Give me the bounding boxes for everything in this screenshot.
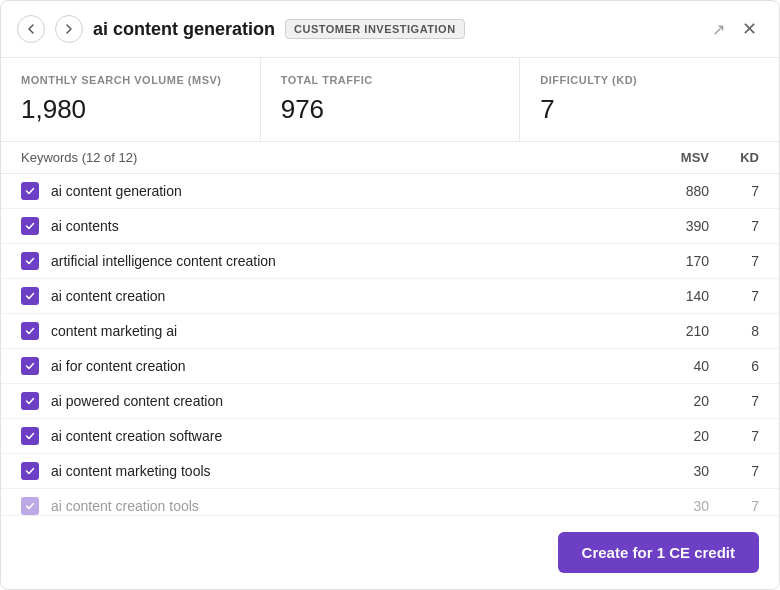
checkbox[interactable]	[21, 392, 39, 410]
keyword-kd: 7	[709, 218, 759, 234]
checkbox[interactable]	[21, 287, 39, 305]
traffic-value: 976	[281, 94, 500, 125]
keyword-kd: 7	[709, 463, 759, 479]
keyword-kd: 6	[709, 358, 759, 374]
keyword-label: ai for content creation	[51, 358, 629, 374]
keyword-msv: 140	[629, 288, 709, 304]
traffic-label: TOTAL TRAFFIC	[281, 74, 500, 86]
keyword-label: ai content creation	[51, 288, 629, 304]
keyword-label: ai content creation software	[51, 428, 629, 444]
checkbox[interactable]	[21, 357, 39, 375]
keyword-msv: 30	[629, 463, 709, 479]
table-body: ai content generation8807ai contents3907…	[1, 174, 779, 515]
keyword-msv: 210	[629, 323, 709, 339]
keyword-msv: 880	[629, 183, 709, 199]
keyword-label: ai content marketing tools	[51, 463, 629, 479]
checkbox[interactable]	[21, 252, 39, 270]
col-msv-header: MSV	[629, 150, 709, 165]
table-row[interactable]: ai contents3907	[1, 209, 779, 244]
table-row[interactable]: ai content generation8807	[1, 174, 779, 209]
msv-stat: MONTHLY SEARCH VOLUME (MSV) 1,980	[1, 58, 261, 141]
keyword-msv: 40	[629, 358, 709, 374]
keyword-msv: 170	[629, 253, 709, 269]
keyword-msv: 390	[629, 218, 709, 234]
table-row[interactable]: ai content creation tools307	[1, 489, 779, 515]
investigation-badge: CUSTOMER INVESTIGATION	[285, 19, 465, 39]
keywords-count: Keywords (12 of 12)	[21, 150, 629, 165]
keyword-kd: 7	[709, 498, 759, 514]
msv-value: 1,980	[21, 94, 240, 125]
forward-button[interactable]	[55, 15, 83, 43]
keyword-kd: 7	[709, 183, 759, 199]
table-row[interactable]: content marketing ai2108	[1, 314, 779, 349]
table-row[interactable]: ai for content creation406	[1, 349, 779, 384]
create-button[interactable]: Create for 1 CE credit	[558, 532, 759, 573]
table-row[interactable]: ai powered content creation207	[1, 384, 779, 419]
close-button[interactable]: ✕	[735, 15, 763, 43]
table-row[interactable]: ai content creation1407	[1, 279, 779, 314]
checkbox[interactable]	[21, 322, 39, 340]
keyword-label: ai powered content creation	[51, 393, 629, 409]
msv-label: MONTHLY SEARCH VOLUME (MSV)	[21, 74, 240, 86]
keyword-kd: 7	[709, 253, 759, 269]
difficulty-value: 7	[540, 94, 759, 125]
checkbox[interactable]	[21, 427, 39, 445]
checkbox[interactable]	[21, 462, 39, 480]
table-row[interactable]: ai content creation software207	[1, 419, 779, 454]
keyword-label: ai content generation	[51, 183, 629, 199]
keyword-kd: 8	[709, 323, 759, 339]
checkbox[interactable]	[21, 182, 39, 200]
keyword-msv: 20	[629, 428, 709, 444]
keyword-msv: 20	[629, 393, 709, 409]
main-window: ai content generation CUSTOMER INVESTIGA…	[0, 0, 780, 590]
back-button[interactable]	[17, 15, 45, 43]
keyword-kd: 7	[709, 393, 759, 409]
difficulty-stat: DIFFICULTY (KD) 7	[520, 58, 779, 141]
table-row[interactable]: ai content marketing tools307	[1, 454, 779, 489]
cursor-icon: ↗	[712, 20, 725, 39]
table-row[interactable]: artificial intelligence content creation…	[1, 244, 779, 279]
keyword-label: ai content creation tools	[51, 498, 629, 514]
difficulty-label: DIFFICULTY (KD)	[540, 74, 759, 86]
keyword-label: artificial intelligence content creation	[51, 253, 629, 269]
page-title: ai content generation	[93, 19, 275, 40]
keyword-label: content marketing ai	[51, 323, 629, 339]
checkbox[interactable]	[21, 497, 39, 515]
col-kd-header: KD	[709, 150, 759, 165]
keyword-label: ai contents	[51, 218, 629, 234]
table-header: Keywords (12 of 12) MSV KD	[1, 142, 779, 174]
keyword-msv: 30	[629, 498, 709, 514]
header: ai content generation CUSTOMER INVESTIGA…	[1, 1, 779, 58]
keywords-table: Keywords (12 of 12) MSV KD ai content ge…	[1, 142, 779, 515]
keyword-kd: 7	[709, 288, 759, 304]
footer: Create for 1 CE credit	[1, 515, 779, 589]
traffic-stat: TOTAL TRAFFIC 976	[261, 58, 521, 141]
checkbox[interactable]	[21, 217, 39, 235]
stats-row: MONTHLY SEARCH VOLUME (MSV) 1,980 TOTAL …	[1, 58, 779, 142]
keyword-kd: 7	[709, 428, 759, 444]
